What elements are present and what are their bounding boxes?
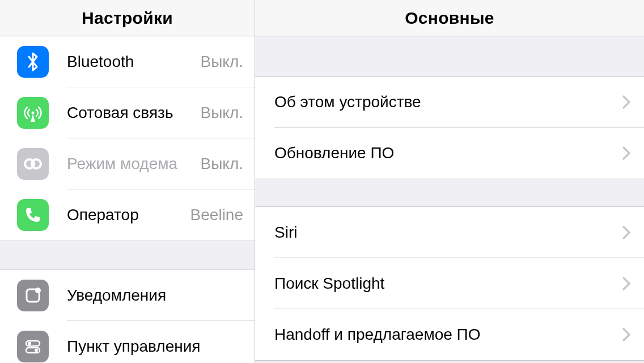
chevron-right-icon bbox=[622, 328, 630, 341]
detail-item-label: Поиск Spotlight bbox=[274, 275, 622, 293]
phone-icon bbox=[17, 199, 49, 231]
sidebar-item-label: Уведомления bbox=[67, 286, 243, 305]
detail-group-features: Siri Поиск Spotlight Handoff и предлагае… bbox=[255, 206, 644, 361]
sidebar-item-notifications[interactable]: Уведомления bbox=[0, 270, 255, 321]
control-center-icon bbox=[17, 331, 49, 362]
sidebar-title: Настройки bbox=[82, 9, 173, 28]
detail-item-label: Handoff и предлагаемое ПО bbox=[274, 326, 622, 344]
sidebar-item-value: Beeline bbox=[190, 206, 243, 224]
svg-point-4 bbox=[35, 288, 41, 293]
chevron-right-icon bbox=[622, 277, 630, 290]
sidebar-group-separator bbox=[0, 240, 255, 270]
detail-item-about[interactable]: Об этом устройстве bbox=[255, 77, 644, 128]
sidebar-item-control-center[interactable]: Пункт управления bbox=[0, 321, 255, 363]
sidebar-item-label: Режим модема bbox=[67, 155, 201, 173]
svg-point-6 bbox=[28, 342, 31, 345]
sidebar-item-bluetooth[interactable]: Bluetooth Выкл. bbox=[0, 36, 255, 87]
sidebar-group-connectivity: Bluetooth Выкл. bbox=[0, 36, 255, 240]
sidebar-item-label: Пункт управления bbox=[67, 337, 243, 356]
svg-point-0 bbox=[32, 112, 35, 115]
bluetooth-icon bbox=[17, 46, 49, 78]
sidebar-group-system: Уведомления Пункт управления bbox=[0, 270, 255, 363]
cellular-icon bbox=[17, 97, 49, 129]
detail-title: Основные bbox=[405, 9, 494, 28]
detail-item-spotlight[interactable]: Поиск Spotlight bbox=[255, 258, 644, 309]
sidebar-item-carrier[interactable]: Оператор Beeline bbox=[0, 189, 255, 240]
sidebar-item-value: Выкл. bbox=[201, 104, 243, 122]
detail-pane: Основные Об этом устройстве Обновление П… bbox=[255, 0, 644, 363]
sidebar-item-value: Выкл. bbox=[201, 155, 243, 173]
detail-item-handoff[interactable]: Handoff и предлагаемое ПО bbox=[255, 309, 644, 360]
detail-item-label: Обновление ПО bbox=[274, 144, 622, 162]
svg-point-8 bbox=[35, 349, 38, 352]
detail-item-software-update[interactable]: Обновление ПО bbox=[255, 128, 644, 179]
sidebar-item-label: Оператор bbox=[67, 206, 190, 224]
chevron-right-icon bbox=[622, 226, 630, 239]
detail-group-separator bbox=[255, 36, 644, 76]
detail-group-about: Об этом устройстве Обновление ПО bbox=[255, 76, 644, 179]
chevron-right-icon bbox=[622, 95, 630, 109]
hotspot-icon bbox=[17, 148, 49, 180]
notifications-icon bbox=[17, 280, 49, 311]
detail-group-separator bbox=[255, 179, 644, 206]
detail-item-siri[interactable]: Siri bbox=[255, 207, 644, 258]
chevron-right-icon bbox=[622, 146, 630, 160]
sidebar: Настройки Bluetooth Выкл. bbox=[0, 0, 255, 363]
detail-item-label: Siri bbox=[274, 223, 622, 242]
sidebar-item-value: Выкл. bbox=[201, 53, 243, 71]
settings-split-view: Настройки Bluetooth Выкл. bbox=[0, 0, 644, 363]
detail-item-label: Об этом устройстве bbox=[274, 93, 622, 111]
sidebar-item-cellular[interactable]: Сотовая связь Выкл. bbox=[0, 87, 255, 138]
sidebar-item-label: Сотовая связь bbox=[67, 104, 201, 122]
sidebar-header: Настройки bbox=[0, 0, 255, 36]
sidebar-item-hotspot[interactable]: Режим модема Выкл. bbox=[0, 138, 255, 189]
sidebar-scroll[interactable]: Bluetooth Выкл. bbox=[0, 36, 255, 363]
detail-header: Основные bbox=[255, 0, 644, 36]
sidebar-item-label: Bluetooth bbox=[67, 53, 201, 71]
